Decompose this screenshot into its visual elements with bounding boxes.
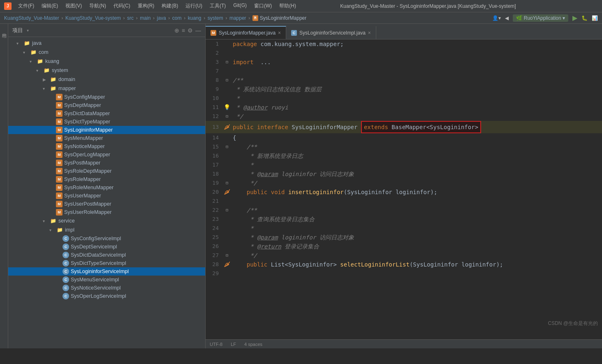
breadcrumb-class[interactable]: SysLogininforMapper bbox=[260, 15, 306, 21]
tree-system[interactable]: ▾ 📁 system bbox=[8, 66, 205, 75]
project-action-close[interactable]: — bbox=[195, 27, 201, 34]
gutter-12: ⊟ bbox=[223, 112, 231, 121]
menu-run[interactable]: 运行(U) bbox=[182, 1, 206, 11]
code-line-1: 1 package com.kuang.system.mapper; bbox=[206, 39, 602, 49]
code-content-8: /** bbox=[231, 76, 602, 85]
tree-sysnoticeserviceimpl[interactable]: C SysNoticeServiceImpl bbox=[8, 284, 205, 292]
breadcrumb-main[interactable]: main bbox=[140, 15, 150, 21]
tree-com[interactable]: ▾ 📁 com bbox=[8, 48, 205, 57]
breadcrumb-java[interactable]: java bbox=[157, 15, 166, 21]
tree-label-sysnoticemapper: SysNoticeMapper bbox=[64, 144, 105, 149]
line-num-17: 17 bbox=[206, 160, 223, 169]
code-area[interactable]: 1 package com.kuang.system.mapper; 2 3 ⊟… bbox=[206, 39, 602, 339]
menu-tools[interactable]: 工具(T) bbox=[206, 1, 229, 11]
sysdicttypemapper-icon: M bbox=[56, 118, 63, 125]
breadcrumb-com[interactable]: com bbox=[172, 15, 182, 21]
code-line-9: 9 * 系统访问日志情况信息 数据层 bbox=[206, 85, 602, 94]
project-action-settings[interactable]: ⚙ bbox=[188, 27, 193, 34]
project-dropdown-arrow[interactable]: ▾ bbox=[26, 28, 29, 33]
tree-label-sysnoticeserviceimpl: SysNoticeServiceImpl bbox=[71, 285, 121, 291]
profile-btn[interactable]: 📊 bbox=[592, 15, 598, 21]
tab-service-close[interactable]: × bbox=[368, 30, 371, 36]
fold-icon-3[interactable]: ⊟ bbox=[226, 58, 228, 67]
menu-window[interactable]: 窗口(W) bbox=[251, 1, 275, 11]
tree-sysrolemapper[interactable]: M SysRoleMapper bbox=[8, 175, 205, 183]
tree-sysdeptserviceimpl[interactable]: C SysDeptServiceImpl bbox=[8, 243, 205, 251]
tree-syspostmapper[interactable]: M SysPostMapper bbox=[8, 159, 205, 167]
tree-impl-folder[interactable]: ▾ 📁 impl bbox=[8, 225, 205, 234]
tree-mapper-folder[interactable]: ▾ 📁 mapper bbox=[8, 84, 205, 93]
tree-sysrolemenumapper[interactable]: M SysRoleMenuMapper bbox=[8, 183, 205, 192]
bookmark-28: 🌶 bbox=[224, 260, 230, 269]
tab-mapper[interactable]: M SysLogininforMapper.java × bbox=[206, 26, 286, 39]
tree-sysdeptmapper[interactable]: M SysDeptMapper bbox=[8, 101, 205, 109]
fold-icon-8[interactable]: ⊟ bbox=[226, 76, 228, 85]
line-num-15: 15 bbox=[206, 142, 223, 151]
tree-sysuserrolemapper[interactable]: M SysUserRoleMapper bbox=[8, 208, 205, 216]
tree-sysusermapper[interactable]: M SysUserMapper bbox=[8, 192, 205, 200]
tree-syslogininformapper[interactable]: M SysLogininforMapper bbox=[8, 126, 205, 134]
status-linefeed: LF bbox=[231, 342, 236, 347]
tab-service[interactable]: C SysLogininforServiceImpl.java × bbox=[286, 26, 376, 39]
bookmark-13: 🌶 bbox=[224, 123, 230, 132]
tree-kuang[interactable]: ▾ 📁 kuang bbox=[8, 57, 205, 66]
tree-sysmenumapper[interactable]: M SysMenuMapper bbox=[8, 134, 205, 142]
tree-sysoperlogmapper[interactable]: M SysOperLogMapper bbox=[8, 151, 205, 159]
breadcrumb-mapper[interactable]: mapper bbox=[229, 15, 246, 21]
tree-sysdictdatamapper[interactable]: M SysDictDataMapper bbox=[8, 109, 205, 118]
project-action-add[interactable]: ⊕ bbox=[174, 27, 179, 34]
menu-code[interactable]: 代码(C) bbox=[110, 1, 134, 11]
syslogininformapper-icon: M bbox=[56, 127, 63, 133]
back-btn[interactable]: ◀ bbox=[505, 15, 509, 21]
tree-sysuserpostmapper[interactable]: M SysUserPostMapper bbox=[8, 200, 205, 208]
sidebar-structure-icon[interactable]: 结构 bbox=[0, 28, 8, 31]
main-container: 结构 项目 ▾ ⊕ ≡ ⚙ — ▾ 📁 java ▾ bbox=[0, 24, 602, 348]
tree-sysconfigmapper[interactable]: M SysConfigMapper bbox=[8, 93, 205, 101]
menu-nav[interactable]: 导航(N) bbox=[86, 1, 109, 11]
menu-edit[interactable]: 编辑(E) bbox=[38, 1, 61, 11]
fold-icon-15[interactable]: ⊟ bbox=[226, 142, 228, 151]
fold-icon-19[interactable]: ⊟ bbox=[226, 179, 228, 188]
fold-icon-27[interactable]: ⊟ bbox=[226, 251, 228, 260]
user-icon-btn[interactable]: 👤▾ bbox=[492, 15, 501, 21]
menu-git[interactable]: Git(G) bbox=[230, 1, 250, 11]
breadcrumb-module[interactable]: KuangStudy_Vue-system bbox=[65, 15, 121, 21]
tree-sysoperlogserviceimpl[interactable]: C SysOperLogServiceImpl bbox=[8, 292, 205, 300]
tree-sysmenuserviceimpl[interactable]: C SysMenuServiceImpl bbox=[8, 276, 205, 284]
tree-sysroledeptmapper[interactable]: M SysRoleDeptMapper bbox=[8, 167, 205, 175]
tree-syslogininforserviceimpl[interactable]: C SysLogininforServiceImpl bbox=[8, 267, 205, 276]
line-num-1: 1 bbox=[206, 39, 223, 49]
status-indent: 4 spaces bbox=[244, 342, 262, 347]
breadcrumb-src[interactable]: src bbox=[127, 15, 134, 21]
tree-sysconfigserviceimpl[interactable]: C SysConfigServiceImpl bbox=[8, 234, 205, 243]
tree-java[interactable]: ▾ 📁 java bbox=[8, 39, 205, 48]
menu-refactor[interactable]: 重构(R) bbox=[134, 1, 158, 11]
ruoyi-run-config[interactable]: 🌿 RuoYiApplication ▾ bbox=[513, 14, 568, 22]
tree-sysdicttypeserviceimpl[interactable]: C SysDictTypeServiceImpl bbox=[8, 259, 205, 267]
tree-label-syslogininformapper: SysLogininforMapper bbox=[64, 127, 113, 133]
editor-area: M SysLogininforMapper.java × C SysLogini… bbox=[206, 24, 602, 348]
menu-build[interactable]: 构建(B) bbox=[158, 1, 181, 11]
menu-view[interactable]: 视图(V) bbox=[62, 1, 85, 11]
gutter-20: 🌶 bbox=[223, 188, 231, 197]
breadcrumb-system[interactable]: system bbox=[208, 15, 223, 21]
sysroledeptmapper-icon: M bbox=[56, 168, 63, 174]
breadcrumb-project[interactable]: KuangStudy_Vue-Master bbox=[4, 15, 59, 21]
menu-help[interactable]: 帮助(H) bbox=[276, 1, 299, 11]
tab-mapper-close[interactable]: × bbox=[278, 30, 281, 36]
tree-sysnoticemapper[interactable]: M SysNoticeMapper bbox=[8, 142, 205, 151]
tree-sysdicttypemapper[interactable]: M SysDictTypeMapper bbox=[8, 118, 205, 126]
tree-sysdictdataserviceimpl[interactable]: C SysDictDataServiceImpl bbox=[8, 251, 205, 259]
debug-btn[interactable]: 🐛 bbox=[581, 15, 588, 21]
menu-file[interactable]: 文件(F) bbox=[15, 1, 37, 11]
line-num-25: 25 bbox=[206, 233, 223, 242]
fold-icon-12[interactable]: ⊟ bbox=[226, 112, 228, 121]
tree-service-folder[interactable]: ▾ 📁 service bbox=[8, 216, 205, 225]
toolbar-actions: 👤▾ ◀ 🌿 RuoYiApplication ▾ ▶ 🐛 📊 bbox=[492, 14, 598, 22]
run-btn[interactable]: ▶ bbox=[572, 14, 577, 22]
fold-icon-22[interactable]: ⊟ bbox=[226, 206, 228, 215]
line-num-3: 3 bbox=[206, 58, 223, 67]
tree-domain[interactable]: ▶ 📁 domain bbox=[8, 75, 205, 84]
project-action-expand[interactable]: ≡ bbox=[182, 27, 185, 34]
breadcrumb-kuang[interactable]: kuang bbox=[188, 15, 201, 21]
